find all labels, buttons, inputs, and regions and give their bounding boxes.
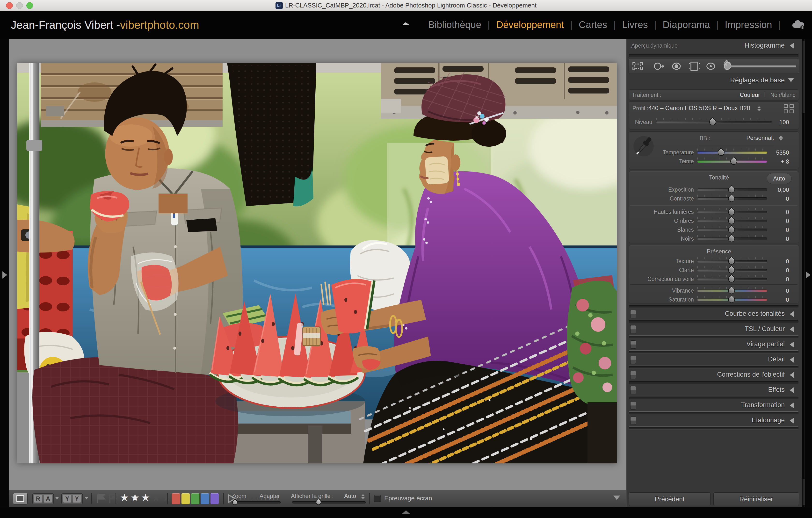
module-diaporama[interactable]: Diaporama: [656, 19, 716, 30]
panel-groove: [629, 366, 799, 369]
slider-value[interactable]: 0: [762, 236, 789, 242]
slider-track[interactable]: [697, 220, 767, 222]
color-label-chip-2[interactable]: [181, 493, 190, 504]
identity-plate[interactable]: Jean-François Vibert - vibertphoto.com: [11, 11, 199, 39]
slider-track[interactable]: [697, 269, 767, 271]
color-label-chip-5[interactable]: [210, 493, 219, 504]
star-2[interactable]: ★: [130, 492, 141, 503]
slider-value[interactable]: 0: [762, 218, 789, 224]
panel-scrollbar-top[interactable]: [802, 40, 805, 113]
panel-toggle-switch[interactable]: [630, 325, 636, 333]
before-after-view-button[interactable]: YY: [61, 493, 83, 504]
color-label-chip-3[interactable]: [191, 493, 200, 504]
right-panel-edge[interactable]: [802, 39, 812, 507]
slider-value[interactable]: + 8: [762, 158, 789, 165]
star-3[interactable]: ★: [141, 492, 151, 503]
grid-mode-spinner-icon[interactable]: [361, 494, 365, 499]
auto-tone-button[interactable]: Auto: [767, 173, 791, 184]
histogram-collapse-icon[interactable]: [790, 42, 794, 49]
slider-value[interactable]: 0,00: [762, 186, 789, 193]
photo-canvas[interactable]: [17, 63, 617, 463]
slider-track[interactable]: [697, 151, 767, 154]
before-after-caret-icon[interactable]: [85, 497, 88, 499]
panel-section-transformation[interactable]: Transformation: [627, 399, 802, 411]
slider-value[interactable]: 0: [762, 209, 789, 215]
slider-thumb[interactable]: [727, 185, 736, 194]
slider-track[interactable]: [697, 298, 767, 301]
panel-section-tsl-couleur[interactable]: TSL / Couleur: [627, 323, 802, 335]
slider-track[interactable]: [697, 290, 767, 292]
slider-track[interactable]: [697, 260, 767, 263]
slider-track[interactable]: [697, 228, 767, 231]
panel-toggle-switch[interactable]: [630, 386, 636, 394]
slider-track[interactable]: [697, 160, 767, 162]
grid-size-slider[interactable]: [292, 501, 366, 504]
star-rating[interactable]: ★★★★★: [120, 492, 173, 504]
basic-expand-icon[interactable]: [788, 78, 794, 82]
panel-toggle-switch[interactable]: [630, 371, 636, 379]
panel-section-detail[interactable]: Détail: [627, 354, 802, 365]
panel-toggle-switch[interactable]: [630, 340, 636, 348]
module-livres[interactable]: Livres: [616, 19, 654, 30]
soft-proofing-checkbox[interactable]: [374, 495, 381, 502]
zoom-slider[interactable]: [232, 501, 281, 504]
histogram-panel-header[interactable]: Aperçu dynamique Histogramme: [627, 40, 802, 51]
grid-size-slider-thumb[interactable]: [315, 498, 322, 506]
color-label-chip-1[interactable]: [172, 493, 180, 504]
grid-mode-value[interactable]: Auto: [344, 493, 356, 499]
soft-proofing-label[interactable]: Epreuvage écran: [384, 494, 432, 502]
treatment-color-option[interactable]: Couleur: [740, 92, 760, 98]
cloud-sync-icon[interactable]: [791, 20, 805, 30]
panel-toggle-switch[interactable]: [630, 417, 636, 425]
panel-scrollbar-bottom[interactable]: [802, 479, 805, 505]
treatment-bw-option[interactable]: Noir/blanc: [770, 92, 795, 98]
reference-view-caret-icon[interactable]: [55, 497, 59, 499]
panel-section-corrections-de-l-objectif[interactable]: Corrections de l'objectif: [627, 369, 802, 380]
module-developpement[interactable]: Développement: [490, 19, 570, 30]
previous-button[interactable]: Précédent: [629, 492, 710, 506]
slider-track[interactable]: [697, 188, 767, 191]
slider-track[interactable]: [697, 238, 767, 240]
profile-value[interactable]: 440 – Canon EOS 5DS R – Doux B20: [648, 104, 750, 112]
loupe-view-button[interactable]: [13, 493, 28, 505]
collapsed-panel-sections: Courbe des tonalitésTSL / CouleurVirage …: [627, 304, 802, 430]
star-4[interactable]: ★: [151, 492, 162, 503]
panel-section-courbe-des-tonalites[interactable]: Courbe des tonalités: [627, 308, 802, 319]
slider-value[interactable]: 0: [762, 287, 789, 294]
panel-toggle-switch[interactable]: [630, 310, 636, 318]
slider-value[interactable]: 0: [762, 195, 789, 202]
panel-section-effets[interactable]: Effets: [627, 384, 802, 396]
wb-preset-value[interactable]: Personnal.: [746, 134, 774, 141]
slider-value[interactable]: 0: [762, 226, 789, 234]
star-1[interactable]: ★: [120, 492, 130, 503]
profile-browser-grid-icon[interactable]: [784, 104, 794, 114]
slider-track[interactable]: [697, 211, 767, 213]
left-panel-collapsed-edge[interactable]: [0, 39, 9, 507]
filmstrip-collapsed-bar[interactable]: [0, 507, 812, 518]
module-cartes[interactable]: Cartes: [573, 19, 614, 30]
module-picker-reveal-arrow[interactable]: [402, 22, 410, 25]
wb-spinner-icon[interactable]: [779, 135, 783, 141]
module-impression[interactable]: Impression: [719, 19, 778, 30]
reference-view-button[interactable]: RA: [32, 493, 54, 504]
slider-value[interactable]: 100: [762, 119, 789, 126]
slider-value[interactable]: 0: [762, 267, 789, 274]
slider-value[interactable]: 0: [762, 258, 789, 265]
basic-panel-header[interactable]: Réglages de base: [627, 75, 802, 86]
panel-section-etalonnage[interactable]: Etalonnage: [627, 415, 802, 426]
slider-value[interactable]: 5350: [762, 149, 789, 156]
panel-toggle-switch[interactable]: [630, 401, 636, 409]
profile-group: Profil : 440 – Canon EOS 5DS R – Doux B2…: [629, 101, 799, 129]
module-bibliotheque[interactable]: Bibliothèque: [422, 19, 488, 30]
color-label-chip-4[interactable]: [201, 493, 209, 504]
profile-spinner-icon[interactable]: [757, 106, 761, 111]
slider-track[interactable]: [697, 278, 767, 280]
reset-button[interactable]: Réinitialiser: [714, 492, 799, 506]
slider-track[interactable]: [697, 197, 767, 200]
slider-value[interactable]: 0: [762, 276, 789, 283]
panel-section-virage-partiel[interactable]: Virage partiel: [627, 338, 802, 350]
slider-value[interactable]: 0: [762, 297, 789, 303]
toolbar-options-icon[interactable]: [613, 495, 620, 500]
slider-track[interactable]: [656, 121, 772, 123]
panel-toggle-switch[interactable]: [630, 356, 636, 364]
